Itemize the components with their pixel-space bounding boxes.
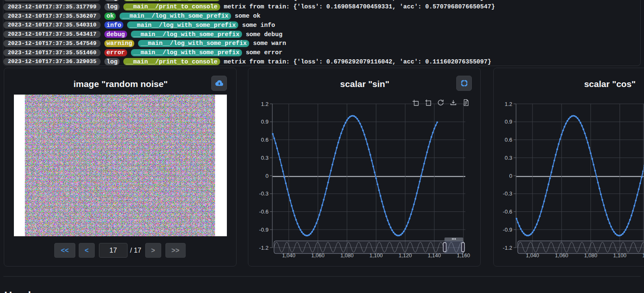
svg-text:0.9: 0.9 xyxy=(505,119,512,125)
svg-text:0.6: 0.6 xyxy=(261,137,269,143)
svg-text:-0.3: -0.3 xyxy=(259,190,269,197)
svg-text:-0.6: -0.6 xyxy=(259,209,269,215)
svg-text:-1.2: -1.2 xyxy=(503,245,512,251)
svg-text:1.2: 1.2 xyxy=(261,101,269,107)
svg-text:0.3: 0.3 xyxy=(505,155,512,161)
svg-text:0.3: 0.3 xyxy=(261,155,269,161)
svg-text:1.2: 1.2 xyxy=(505,101,512,107)
svg-text:-1.2: -1.2 xyxy=(259,245,269,251)
svg-text:0: 0 xyxy=(266,173,269,179)
svg-text:0.9: 0.9 xyxy=(261,119,269,125)
svg-text:-0.9: -0.9 xyxy=(503,227,512,233)
svg-text:-0.9: -0.9 xyxy=(259,227,269,233)
svg-text:-0.3: -0.3 xyxy=(503,190,512,197)
svg-text:0: 0 xyxy=(509,173,512,179)
svg-text:-0.6: -0.6 xyxy=(503,209,512,215)
svg-text:0.6: 0.6 xyxy=(505,137,512,143)
